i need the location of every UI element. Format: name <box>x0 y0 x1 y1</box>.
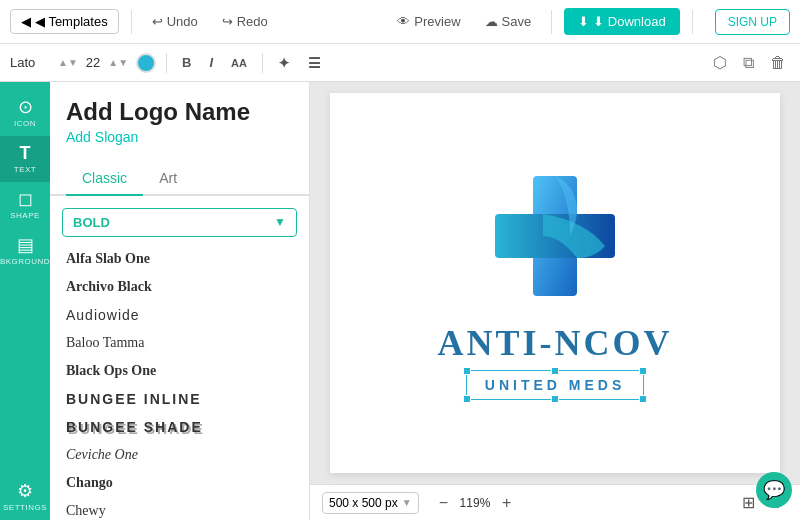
tab-classic[interactable]: Classic <box>66 162 143 196</box>
logo-main-text[interactable]: ANTI-NCOV <box>437 322 672 364</box>
redo-label: Redo <box>237 14 268 29</box>
divider2 <box>262 53 263 73</box>
handle-tl <box>463 367 471 375</box>
left-panel: Add Logo Name Add Slogan Classic Art BOL… <box>50 82 310 520</box>
zoom-value: 119% <box>456 496 494 510</box>
size-selector[interactable]: 500 x 500 px ▼ <box>322 492 419 514</box>
shape-symbol: ◻ <box>18 190 33 208</box>
font-category-dropdown[interactable]: BOLD ▼ <box>62 208 297 237</box>
list-item[interactable]: BUNGEE SHADE <box>62 413 297 441</box>
delete-button[interactable]: 🗑 <box>766 52 790 74</box>
chevron-left-icon: ◀ <box>21 14 31 29</box>
preview-button[interactable]: 👁 Preview <box>389 10 468 33</box>
bold-button[interactable]: B <box>177 53 196 72</box>
panel-tabs: Classic Art <box>50 162 309 196</box>
undo-button[interactable]: ↩ Undo <box>144 10 206 33</box>
topbar: ◀ ◀ Templates ↩ Undo ↪ Redo 👁 Preview ☁ … <box>0 0 800 44</box>
handle-tr <box>639 367 647 375</box>
redo-button[interactable]: ↪ Redo <box>214 10 276 33</box>
download-label: ⬇ Download <box>593 14 665 29</box>
separator2 <box>551 10 552 34</box>
sidebar-shape-label: SHAPE <box>10 211 40 220</box>
sidebar-settings-label: SETTINGS <box>3 503 47 512</box>
sparkle-button[interactable]: ✦ <box>273 53 295 73</box>
sidebar-item-icon[interactable]: ⊙ ICON <box>0 90 50 136</box>
zoom-out-button[interactable]: − <box>435 494 452 512</box>
zoom-controls: − 119% + <box>435 494 516 512</box>
handle-tm <box>551 367 559 375</box>
save-button[interactable]: ☁ Save <box>477 10 540 33</box>
list-button[interactable]: ☰ <box>303 53 326 73</box>
templates-label: ◀ Templates <box>35 14 108 29</box>
bkground-symbol: ▤ <box>17 236 34 254</box>
list-item[interactable]: Archivo Black <box>62 273 297 301</box>
logo-subtitle-wrapper[interactable]: UNITED MEDS <box>466 370 644 400</box>
font-size-arrow: ▲▼ <box>58 57 78 68</box>
download-button[interactable]: ⬇ ⬇ Download <box>564 8 679 35</box>
font-name: Lato <box>10 55 50 70</box>
templates-button[interactable]: ◀ ◀ Templates <box>10 9 119 34</box>
font-category-label: BOLD <box>73 215 110 230</box>
sidebar-item-text[interactable]: T TEXT <box>0 136 50 182</box>
list-item[interactable]: Baloo Tamma <box>62 329 297 357</box>
panel-header: Add Logo Name Add Slogan <box>50 82 309 150</box>
undo-label: Undo <box>167 14 198 29</box>
sidebar-icons: ⊙ ICON T TEXT ◻ SHAPE ▤ BKGROUND ⚙ SETTI… <box>0 82 50 520</box>
save-label: Save <box>502 14 532 29</box>
eye-icon: 👁 <box>397 14 410 29</box>
sidebar-bkground-label: BKGROUND <box>0 257 50 266</box>
list-item[interactable]: Alfa Slab One <box>62 245 297 273</box>
chevron-down-icon: ▼ <box>402 497 412 508</box>
tab-art[interactable]: Art <box>143 162 193 196</box>
separator3 <box>692 10 693 34</box>
list-item[interactable]: Chango <box>62 469 297 497</box>
font-size-arrow2: ▲▼ <box>108 57 128 68</box>
size-label: 500 x 500 px <box>329 496 398 510</box>
logo-subtitle-border: UNITED MEDS <box>466 370 644 400</box>
aa-button[interactable]: AA <box>226 55 252 71</box>
settings-symbol: ⚙ <box>17 482 33 500</box>
sidebar-item-bkground[interactable]: ▤ BKGROUND <box>0 228 50 274</box>
font-size: 22 <box>86 55 100 70</box>
layers-button[interactable]: ⬡ <box>709 51 731 74</box>
bottom-bar: 500 x 500 px ▼ − 119% + ⊞ ⬇ <box>310 484 800 520</box>
italic-button[interactable]: I <box>204 53 218 72</box>
slogan-link[interactable]: Add Slogan <box>66 129 138 145</box>
canvas-container[interactable]: ANTI-NCOV UNITED MEDS <box>310 82 800 484</box>
preview-label: Preview <box>414 14 460 29</box>
zoom-in-button[interactable]: + <box>498 494 515 512</box>
list-item[interactable]: Audiowide <box>62 301 297 329</box>
separator <box>131 10 132 34</box>
sidebar-icon-label: ICON <box>14 119 36 128</box>
redo-icon: ↪ <box>222 14 233 29</box>
canvas-board: ANTI-NCOV UNITED MEDS <box>330 93 780 473</box>
list-item[interactable]: Black Ops One <box>62 357 297 385</box>
grid-button[interactable]: ⊞ <box>738 493 759 512</box>
sidebar-text-label: TEXT <box>14 165 36 174</box>
logo-sub-text: UNITED MEDS <box>485 377 625 393</box>
download-icon: ⬇ <box>578 14 589 29</box>
chat-bubble[interactable]: 💬 <box>756 472 792 508</box>
list-item[interactable]: Chewy <box>62 497 297 520</box>
logo-name-title[interactable]: Add Logo Name <box>66 98 293 127</box>
list-item[interactable]: Ceviche One <box>62 441 297 469</box>
cloud-icon: ☁ <box>485 14 498 29</box>
signup-label: SIGN UP <box>728 15 777 29</box>
signup-button[interactable]: SIGN UP <box>715 9 790 35</box>
duplicate-button[interactable]: ⧉ <box>739 52 758 74</box>
logo-cross-svg <box>485 166 625 306</box>
undo-icon: ↩ <box>152 14 163 29</box>
color-picker[interactable] <box>136 53 156 73</box>
main-area: ⊙ ICON T TEXT ◻ SHAPE ▤ BKGROUND ⚙ SETTI… <box>0 82 800 520</box>
divider1 <box>166 53 167 73</box>
text-symbol: T <box>20 144 31 162</box>
formatbar: Lato ▲▼ 22 ▲▼ B I AA ✦ ☰ ⬡ ⧉ 🗑 <box>0 44 800 82</box>
chevron-down-icon: ▼ <box>274 215 286 229</box>
canvas-area: ANTI-NCOV UNITED MEDS <box>310 82 800 520</box>
icon-symbol: ⊙ <box>18 98 33 116</box>
sidebar-item-shape[interactable]: ◻ SHAPE <box>0 182 50 228</box>
handle-bl <box>463 395 471 403</box>
list-item[interactable]: BUNGEE INLINE <box>62 385 297 413</box>
handle-bm <box>551 395 559 403</box>
sidebar-item-settings[interactable]: ⚙ SETTINGS <box>0 474 50 520</box>
